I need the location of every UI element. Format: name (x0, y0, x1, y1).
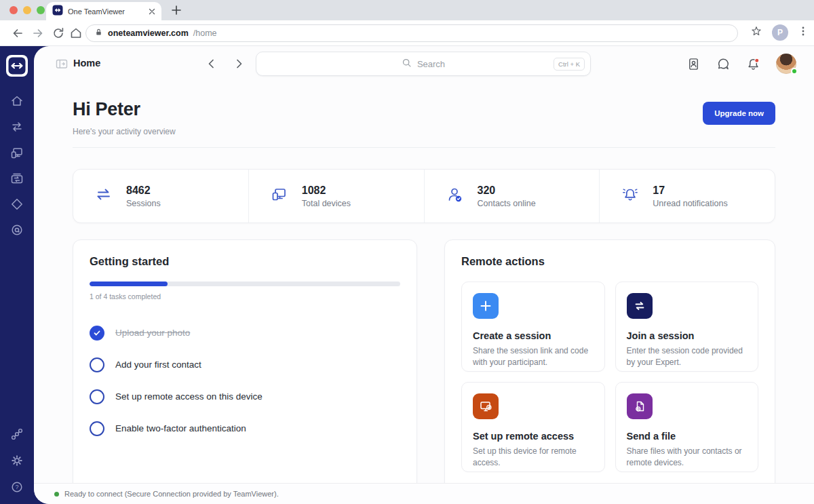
browser-tab-strip: One TeamViewer (0, 0, 814, 20)
progress-label: 1 of 4 tasks completed (90, 292, 400, 301)
window-controls (9, 6, 45, 14)
new-tab-button[interactable] (171, 5, 182, 16)
plus-icon (473, 293, 499, 319)
stat-label: Unread notifications (653, 199, 727, 208)
stat-value: 320 (478, 185, 536, 197)
search-shortcut-badge: Ctrl + K (554, 58, 585, 71)
tile-description: Share files with your contacts or remote… (627, 446, 748, 469)
remote-actions-title: Remote actions (461, 255, 758, 268)
browser-reload-icon[interactable] (52, 26, 65, 40)
notifications-bell-icon[interactable] (746, 57, 760, 71)
tile-title: Set up remote access (473, 431, 594, 442)
sidebar-item-help[interactable]: ? (9, 480, 24, 495)
nav-back-icon[interactable] (205, 57, 218, 71)
sidebar-item-remote-management[interactable] (9, 171, 24, 186)
tile-title: Create a session (473, 330, 594, 341)
status-green-dot (54, 492, 59, 497)
browser-home-icon[interactable] (69, 26, 83, 40)
sidebar-item-home[interactable] (9, 94, 24, 109)
stat-label: Total devices (302, 199, 351, 208)
content-panel: Home Search Ctrl + K (34, 46, 814, 504)
lock-icon[interactable] (94, 27, 103, 39)
nav-forward-icon[interactable] (232, 57, 246, 71)
page-title: Home (73, 58, 100, 69)
task-checkbox[interactable] (90, 357, 104, 372)
chat-icon[interactable] (716, 57, 731, 71)
stat-value: 1082 (302, 185, 351, 197)
teamviewer-logo[interactable] (6, 55, 28, 79)
search-input[interactable]: Search Ctrl + K (256, 52, 591, 76)
stat-label: Sessions (126, 199, 161, 208)
task-checkbox-checked[interactable] (90, 326, 104, 341)
tile-description: Set up this device for remote access. (473, 446, 594, 469)
url-path: /home (193, 28, 217, 38)
one-teamviewer-app: ? Home (0, 46, 814, 504)
app-header: Home Search Ctrl + K (34, 46, 814, 81)
browser-menu-icon[interactable] (798, 26, 809, 39)
task-add-contact[interactable]: Add your first contact (90, 349, 400, 381)
search-placeholder: Search (417, 59, 445, 69)
status-text: Ready to connect (Secure Connection prov… (64, 490, 279, 498)
progress-bar (90, 282, 400, 286)
task-label: Upload your photo (115, 328, 190, 338)
fullscreen-window-button[interactable] (37, 6, 45, 14)
send-file-tile[interactable]: Send a file Share files with your contac… (615, 382, 759, 472)
greeting-subtitle: Here's your activity overview (73, 127, 176, 136)
stat-total-devices: 1082 Total devices (248, 170, 424, 222)
task-enable-2fa[interactable]: Enable two-factor authentication (90, 412, 400, 444)
user-avatar[interactable] (776, 54, 796, 74)
browser-profile-avatar[interactable]: P (772, 24, 788, 41)
sidebar-item-frontline[interactable] (9, 197, 24, 212)
setup-remote-access-tile[interactable]: Set up remote access Set up this device … (461, 382, 605, 472)
bookmark-star-icon[interactable] (750, 25, 762, 40)
sidebar-item-integrations[interactable] (9, 427, 24, 442)
swap-arrows-icon (94, 185, 114, 208)
search-icon (402, 58, 412, 70)
stat-value: 8462 (126, 185, 161, 197)
task-label: Enable two-factor authentication (115, 423, 246, 433)
greeting-heading: Hi Peter (73, 99, 176, 120)
address-bar[interactable]: oneteamviewer.com/home (85, 24, 738, 42)
create-session-tile[interactable]: Create a session Share the session link … (461, 282, 605, 372)
task-label: Add your first contact (115, 360, 201, 370)
file-share-icon (627, 393, 653, 419)
stat-sessions: 8462 Sessions (73, 170, 248, 222)
task-setup-remote-access[interactable]: Set up remote access on this device (90, 381, 400, 412)
sidebar-item-settings[interactable] (9, 453, 24, 468)
upgrade-now-button[interactable]: Upgrade now (703, 102, 775, 125)
online-status-dot (791, 68, 798, 75)
swap-arrows-icon (627, 293, 653, 319)
stats-card: 8462 Sessions 1082 Total devices (73, 169, 775, 223)
bell-ringing-icon (620, 185, 640, 208)
url-domain: oneteamviewer.com (108, 28, 189, 38)
browser-url-bar: oneteamviewer.com/home P (0, 20, 814, 46)
connection-status-bar: Ready to connect (Secure Connection prov… (34, 483, 814, 504)
app-sidebar: ? (0, 46, 34, 504)
browser-forward-icon[interactable] (31, 26, 45, 40)
tab-title: One TeamViewer (68, 7, 144, 16)
remote-monitor-icon (473, 393, 499, 419)
minimize-window-button[interactable] (23, 6, 31, 14)
collapse-sidebar-icon[interactable] (55, 57, 69, 71)
install-client-icon[interactable] (686, 57, 701, 71)
close-tab-icon[interactable] (149, 5, 155, 18)
hero-divider (73, 147, 775, 148)
task-checkbox[interactable] (90, 389, 104, 404)
getting-started-card: Getting started 1 of 4 tasks completed U… (73, 239, 417, 483)
stat-contacts-online: 320 Contacts online (424, 170, 600, 222)
sidebar-item-sessions[interactable] (9, 119, 24, 134)
tile-description: Share the session link and code with you… (473, 345, 594, 369)
sidebar-item-devices[interactable] (9, 145, 24, 160)
task-checkbox[interactable] (90, 421, 104, 436)
sidebar-item-service-queue[interactable] (9, 222, 24, 237)
close-window-button[interactable] (9, 6, 18, 14)
task-upload-photo[interactable]: Upload your photo (90, 317, 400, 349)
browser-back-icon[interactable] (11, 26, 24, 40)
browser-tab[interactable]: One TeamViewer (46, 2, 161, 20)
contact-online-icon (445, 185, 465, 208)
teamviewer-favicon (52, 5, 63, 18)
remote-actions-card: Remote actions Create a session Share th… (444, 239, 775, 483)
tile-title: Send a file (627, 431, 748, 442)
task-label: Set up remote access on this device (115, 391, 263, 402)
join-session-tile[interactable]: Join a session Enter the session code pr… (615, 282, 759, 372)
